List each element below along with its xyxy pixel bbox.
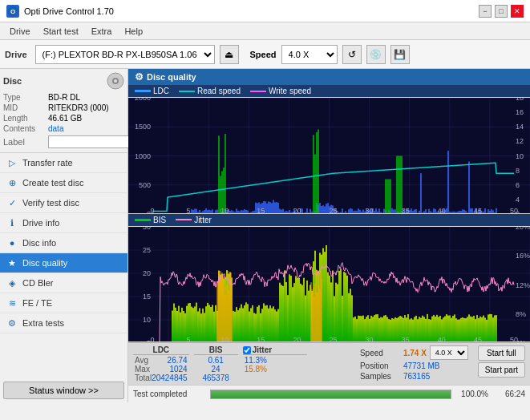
- stats-ldc-total-label: Total: [135, 374, 152, 382]
- disc-panel: Disc Type BD-R DL MID RITEKDR3 (000) Len…: [0, 69, 127, 153]
- sidebar-item-create-test-disc[interactable]: ⊕ Create test disc: [0, 173, 127, 193]
- sidebar-item-drive-info[interactable]: ℹ Drive info: [0, 213, 127, 233]
- sidebar-item-disc-quality[interactable]: ★ Disc quality: [0, 253, 127, 273]
- position-stat-row: Position 47731 MB: [360, 361, 468, 370]
- legend-ldc-label: LDC: [153, 87, 169, 95]
- legend-read-speed-label: Read speed: [197, 87, 241, 95]
- stats-bis-max-val: 24: [212, 365, 220, 374]
- svg-text:O: O: [10, 8, 15, 15]
- stats-jitter-header: Jitter: [253, 345, 272, 354]
- start-full-button[interactable]: Start full: [478, 345, 525, 361]
- eject-button[interactable]: ⏏: [220, 45, 239, 64]
- svg-point-4: [114, 79, 117, 83]
- transfer-rate-icon: ▷: [6, 157, 18, 168]
- type-value: BD-R DL: [48, 93, 80, 102]
- stats-bis-header: BIS: [194, 345, 238, 355]
- menu-extra[interactable]: Extra: [85, 25, 119, 38]
- legend-read-speed: Read speed: [179, 87, 241, 95]
- length-label: Length: [3, 114, 48, 123]
- menu-start-test[interactable]: Start test: [37, 25, 85, 38]
- stats-ldc-avg-val: 26.74: [168, 356, 188, 365]
- stats-ldc-col: LDC Avg 26.74 Max 1024 To: [133, 345, 189, 382]
- speed-stat-label: Speed: [360, 349, 400, 357]
- contents-value: data: [48, 124, 63, 133]
- maximize-button[interactable]: □: [495, 5, 508, 18]
- jitter-checkbox[interactable]: [243, 346, 251, 354]
- content-area: ⚙ Disc quality LDC Read speed Write spee…: [128, 69, 530, 402]
- sidebar-item-label-cd-bler: CD Bler: [22, 278, 54, 288]
- titlebar: O Opti Drive Control 1.70 − □ ✕: [0, 0, 530, 22]
- position-stat-label: Position: [360, 361, 400, 370]
- sidebar-item-label-disc-info: Disc info: [22, 238, 56, 248]
- minimize-button[interactable]: −: [479, 5, 492, 18]
- disc-info-icon: ●: [6, 237, 18, 248]
- bottom-chart-legend: BIS Jitter: [128, 214, 530, 227]
- close-button[interactable]: ✕: [511, 5, 524, 18]
- speed-label: Speed: [250, 50, 277, 59]
- drive-select[interactable]: (F:) PLEXTOR BD-R PX-LB950SA 1.06: [35, 45, 215, 64]
- stats-ldc-avg-label: Avg: [135, 356, 148, 365]
- status-window-button[interactable]: Status window >>: [3, 382, 124, 399]
- chart-gear-icon: ⚙: [135, 71, 144, 83]
- sidebar-item-label-create-test-disc: Create test disc: [22, 178, 83, 188]
- legend-jitter-label: Jitter: [194, 216, 212, 224]
- stats-jitter-avg-row: 11.3%: [243, 356, 307, 365]
- create-test-disc-icon: ⊕: [6, 177, 18, 188]
- bottom-chart-area: [128, 227, 530, 343]
- progress-area: Test completed 100.0% 66:24: [128, 385, 530, 402]
- titlebar-left: O Opti Drive Control 1.70: [6, 5, 114, 18]
- sidebar-item-label-verify-test-disc: Verify test disc: [22, 198, 79, 208]
- menu-help[interactable]: Help: [118, 25, 149, 38]
- bottom-chart-canvas: [128, 227, 530, 343]
- stats-ldc-total-val: 20424845: [152, 374, 188, 382]
- sidebar-item-fe-te[interactable]: ≋ FE / TE: [0, 293, 127, 313]
- samples-stat-row: Samples 763165: [360, 372, 468, 381]
- top-chart-legend: LDC Read speed Write speed: [128, 85, 530, 98]
- sidebar-item-label-fe-te: FE / TE: [22, 298, 52, 308]
- type-label: Type: [3, 93, 48, 102]
- disc-button[interactable]: 💿: [366, 45, 386, 64]
- sidebar-item-label-drive-info: Drive info: [22, 218, 59, 228]
- stats-bis-avg-val: 0.61: [208, 356, 223, 365]
- sidebar-nav: ▷ Transfer rate ⊕ Create test disc ✓ Ver…: [0, 153, 127, 378]
- sidebar-item-transfer-rate[interactable]: ▷ Transfer rate: [0, 153, 127, 173]
- stats-jitter-avg-val: 11.3%: [245, 356, 267, 365]
- titlebar-controls: − □ ✕: [479, 5, 524, 18]
- stats-ldc-total-row: Total 20424845: [133, 374, 189, 382]
- fe-te-icon: ≋: [6, 297, 18, 309]
- sidebar-item-cd-bler[interactable]: ◈ CD Bler: [0, 273, 127, 293]
- stats-jitter-col: Jitter 11.3% 15.8%: [243, 345, 307, 382]
- label-label: Label: [3, 137, 48, 147]
- toolbar: Drive (F:) PLEXTOR BD-R PX-LB950SA 1.06 …: [0, 40, 530, 69]
- sidebar-item-extra-tests[interactable]: ⚙ Extra tests: [0, 313, 127, 333]
- stats-bis-avg-row: 0.61: [194, 356, 238, 365]
- stats-ldc-max-label: Max: [135, 365, 150, 374]
- stats-bis-max-row: 24: [194, 365, 238, 374]
- write-speed-color: [250, 91, 266, 92]
- sidebar-item-verify-test-disc[interactable]: ✓ Verify test disc: [0, 193, 127, 213]
- save-button[interactable]: 💾: [390, 45, 410, 64]
- stats-area: LDC Avg 26.74 Max 1024 To: [128, 342, 530, 385]
- refresh-button[interactable]: ↺: [342, 45, 362, 64]
- speed-stat-select[interactable]: 4.0 X: [430, 345, 468, 360]
- speed-stat-row: Speed 1.74 X 4.0 X: [360, 345, 468, 360]
- stats-jitter-max-val: 15.8%: [245, 365, 267, 374]
- legend-write-speed-label: Write speed: [269, 87, 311, 95]
- menubar: Drive Start test Extra Help: [0, 22, 530, 40]
- disc-section-title: Disc: [3, 76, 22, 86]
- menu-drive[interactable]: Drive: [3, 25, 37, 38]
- top-chart-canvas: [128, 98, 530, 214]
- legend-bis-label: BIS: [153, 216, 166, 224]
- mid-label: MID: [3, 103, 48, 112]
- extra-tests-icon: ⚙: [6, 317, 18, 329]
- position-stat-value: 47731 MB: [403, 361, 440, 370]
- progress-time: 66:24: [493, 390, 525, 398]
- chart-title: Disc quality: [147, 72, 196, 82]
- start-part-button[interactable]: Start part: [478, 362, 525, 378]
- samples-stat-value: 763165: [403, 372, 430, 381]
- read-speed-color: [179, 91, 195, 92]
- charts-container: LDC Read speed Write speed BIS: [128, 85, 530, 385]
- speed-select[interactable]: 4.0 X: [281, 45, 338, 64]
- sidebar-item-disc-info[interactable]: ● Disc info: [0, 233, 127, 253]
- speed-stat-value: 1.74 X: [403, 349, 427, 357]
